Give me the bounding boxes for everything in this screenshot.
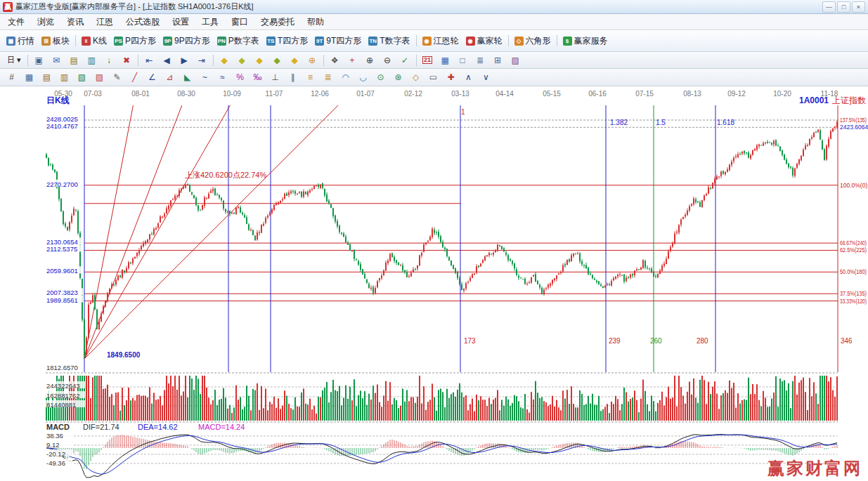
chart-mode-icon[interactable]: ▥ (83, 53, 101, 67)
data-list-icon[interactable]: ≣ (472, 53, 489, 67)
spiral-tool-icon[interactable]: ⊛ (389, 70, 407, 85)
hexagon-button[interactable]: ◇六角形 (511, 33, 555, 49)
p-number-table-button[interactable]: PNP数字表 (214, 33, 263, 49)
fib-levels-icon[interactable]: ≡ (302, 70, 319, 85)
gann-wheel-button[interactable]: ◉江恩轮 (419, 33, 462, 49)
winner-service-button[interactable]: $赢家服务 (559, 33, 611, 49)
nine-p-square-button[interactable]: 9P9P四方形 (160, 33, 214, 49)
parallel-line-icon: ∥ (291, 73, 295, 81)
box-tool-icon[interactable]: ▭ (425, 70, 442, 85)
price-levels-icon[interactable]: ≣ (319, 70, 337, 85)
close-button[interactable]: × (852, 1, 865, 13)
speed-line-icon: ◣ (184, 73, 190, 81)
menu-item-资讯[interactable]: 资讯 (60, 15, 90, 29)
snapshot-icon[interactable]: ▦ (436, 53, 454, 67)
minimize-button[interactable]: — (822, 1, 836, 13)
t-number-table-button[interactable]: TNT数字表 (365, 33, 413, 49)
main-toolbar: ▦行情⊞板块‖K线PSP四方形9P9P四方形PNP数字表TST四方形9T9T四方… (0, 30, 868, 52)
gann-diamond-5-icon[interactable]: ◆ (286, 53, 304, 67)
pan-tool-icon[interactable]: ❖ (326, 53, 344, 67)
wave-line-icon[interactable]: ~ (196, 70, 214, 85)
kline-button[interactable]: ‖K线 (78, 33, 110, 49)
price-ladder-icon[interactable]: ▤ (38, 70, 56, 85)
percent-line-icon[interactable]: % (231, 70, 249, 85)
valley-tool-icon[interactable]: ∨ (477, 70, 495, 85)
maximize-button[interactable]: □ (837, 1, 850, 13)
gann-diamond-2-icon[interactable]: ◆ (233, 53, 251, 67)
peak-tool-icon[interactable]: ∧ (460, 70, 477, 85)
parallel-line-icon[interactable]: ∥ (284, 70, 302, 85)
speed-line-icon[interactable]: ◣ (179, 70, 196, 85)
sectors-button[interactable]: ⊞板块 (38, 33, 73, 49)
quotes-grid-icon: ▦ (6, 37, 15, 46)
arc-down-icon[interactable]: ◡ (354, 70, 372, 85)
permille-line-icon: ‰ (254, 73, 262, 81)
double-wave-icon[interactable]: ≈ (214, 70, 231, 85)
menu-item-交易委托[interactable]: 交易委托 (254, 15, 301, 29)
menu-item-设置[interactable]: 设置 (166, 15, 195, 29)
time-ladder-icon[interactable]: ▥ (56, 70, 73, 85)
zoom-out-icon[interactable]: ⊖ (379, 53, 396, 67)
measure-icon[interactable]: ✓ (396, 53, 414, 67)
menu-item-工具[interactable]: 工具 (195, 15, 225, 29)
zoom-in-icon[interactable]: ⊕ (361, 53, 379, 67)
download-icon[interactable]: ↓ (101, 53, 118, 67)
window-cascade-icon[interactable]: □ (454, 53, 472, 67)
circle-tool-icon[interactable]: ⊙ (372, 70, 389, 85)
quotes-button[interactable]: ▦行情 (3, 33, 38, 49)
calendar-21-icon[interactable]: 21 (419, 53, 436, 67)
t-square-button[interactable]: TST四方形 (263, 33, 311, 49)
shade-down-icon[interactable]: ▨ (91, 70, 108, 85)
layout-icon[interactable]: ▣ (30, 53, 48, 67)
delete-icon[interactable]: ✖ (118, 53, 136, 67)
menu-item-公式选股[interactable]: 公式选股 (119, 15, 166, 29)
gann-grid-icon[interactable]: # (3, 70, 20, 85)
prev-bar-icon[interactable]: ◀ (158, 53, 176, 67)
shade-up-icon[interactable]: ▧ (73, 70, 91, 85)
period-selector[interactable]: 日 ▾ (3, 53, 25, 67)
menu-item-窗口[interactable]: 窗口 (225, 15, 254, 29)
fib-time-label: 1 (461, 108, 465, 116)
last-bar-icon[interactable]: ⇥ (193, 53, 211, 67)
calculator-icon[interactable]: ▨ (507, 53, 524, 67)
t-square-icon: TS (266, 37, 276, 46)
report-icon[interactable]: ▤ (65, 53, 83, 67)
menu-item-文件[interactable]: 文件 (1, 15, 31, 29)
gann-diamond-1-icon[interactable]: ◆ (216, 53, 233, 67)
gann-diamond-4-icon[interactable]: ◆ (268, 53, 286, 67)
kline-icon: ‖ (82, 37, 91, 46)
arc-up-icon[interactable]: ◠ (337, 70, 354, 85)
winner-wheel-button[interactable]: ◉赢家轮 (462, 33, 506, 49)
fib-levels-icon: ≡ (308, 73, 313, 81)
pencil-icon[interactable]: ✎ (108, 70, 126, 85)
nine-t-square-button[interactable]: 9T9T四方形 (311, 33, 365, 49)
mail-icon[interactable]: ✉ (48, 53, 65, 67)
gann-circle-icon[interactable]: ⊕ (304, 53, 321, 67)
date-axis-label: 05-15 (543, 90, 561, 98)
volume-axis-label: 244322643 (46, 382, 80, 390)
cycle-number-label: 239 (609, 337, 621, 345)
crosshair-icon[interactable]: + (344, 53, 361, 67)
menu-item-浏览[interactable]: 浏览 (31, 15, 60, 29)
vertical-line-icon[interactable]: ⊥ (266, 70, 284, 85)
next-bar-icon[interactable]: ▶ (176, 53, 193, 67)
gann-grid-icon: # (9, 73, 14, 81)
kline-chart-canvas[interactable]: 05-3007-0308-0108-3010-0911-0712-0601-07… (0, 86, 868, 481)
gann-diamond-3-icon[interactable]: ◆ (251, 53, 268, 67)
shade-down-icon: ▨ (96, 73, 103, 81)
rhombus-tool-icon[interactable]: ◇ (407, 70, 425, 85)
gann-fan-icon[interactable]: ⊿ (161, 70, 179, 85)
angle-line-icon[interactable]: ∠ (143, 70, 161, 85)
menu-item-帮助[interactable]: 帮助 (301, 15, 330, 29)
p-number-table-icon: PN (217, 37, 226, 46)
p-square-button[interactable]: PSP四方形 (110, 33, 160, 49)
menu-item-江恩[interactable]: 江恩 (90, 15, 119, 29)
cross-tool-icon[interactable]: ✚ (442, 70, 460, 85)
permille-line-icon[interactable]: ‰ (249, 70, 266, 85)
chart-mode-icon: ▥ (87, 56, 95, 65)
first-bar-icon[interactable]: ⇤ (141, 53, 158, 67)
square-grid-icon[interactable]: ▦ (20, 70, 38, 85)
grid-view-icon[interactable]: ⊞ (489, 53, 507, 67)
cross-tool-icon: ✚ (447, 73, 454, 81)
trend-line-icon[interactable]: ╱ (126, 70, 143, 85)
